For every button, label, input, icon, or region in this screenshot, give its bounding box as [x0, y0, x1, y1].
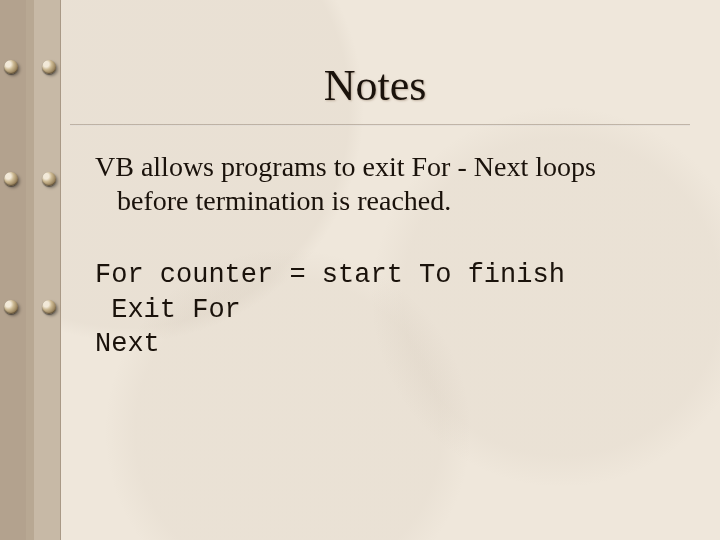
tack-row — [4, 300, 56, 314]
thumbtack-icon — [4, 300, 18, 314]
thumbtack-icon — [42, 300, 56, 314]
code-line: For counter = start To finish — [95, 260, 565, 290]
code-block: For counter = start To finish Exit For N… — [95, 258, 660, 362]
binding-strip — [0, 0, 61, 540]
slide-title: Notes — [60, 60, 690, 111]
thumbtack-icon — [4, 172, 18, 186]
horizontal-rule — [70, 124, 690, 126]
thumbtack-icon — [4, 60, 18, 74]
code-line: Exit For — [95, 295, 241, 325]
tack-row — [4, 172, 56, 186]
slide-body: VB allows programs to exit For - Next lo… — [95, 150, 660, 362]
body-line: VB allows programs to exit For - Next lo… — [95, 151, 596, 182]
tack-row — [4, 60, 56, 74]
thumbtack-icon — [42, 172, 56, 186]
code-line: Next — [95, 329, 160, 359]
thumbtack-icon — [42, 60, 56, 74]
body-paragraph: VB allows programs to exit For - Next lo… — [95, 150, 660, 218]
slide: Notes VB allows programs to exit For - N… — [0, 0, 720, 540]
body-line: before termination is reached. — [95, 184, 660, 218]
